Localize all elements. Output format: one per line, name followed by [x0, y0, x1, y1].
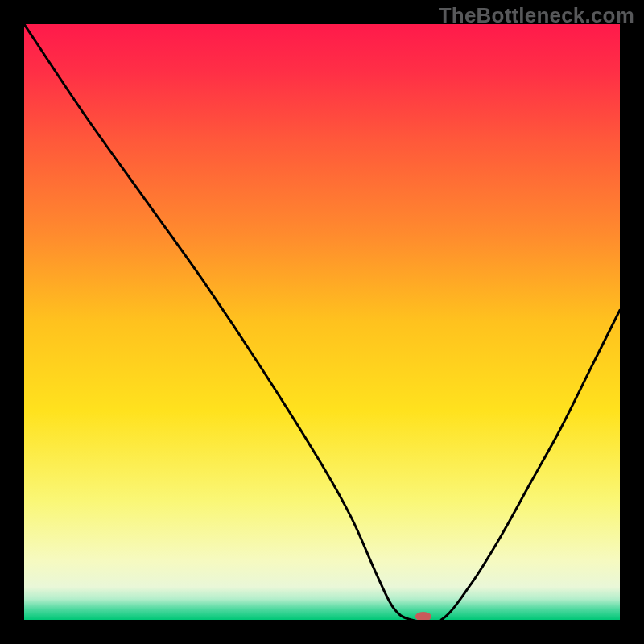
watermark-text: TheBottleneck.com [439, 3, 634, 28]
chart-container: TheBottleneck.com [0, 0, 644, 644]
chart-svg [24, 24, 620, 620]
plot-area [24, 24, 620, 620]
chart-background [24, 24, 620, 620]
